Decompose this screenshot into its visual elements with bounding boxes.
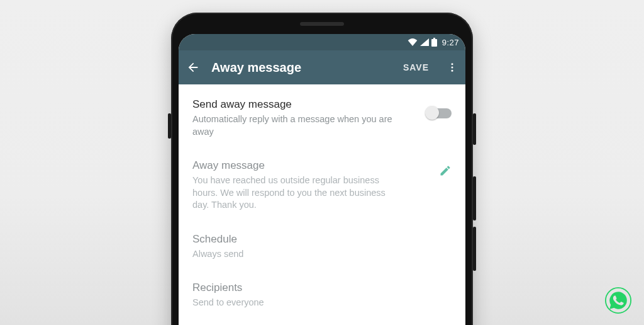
recipients-desc: Send to everyone: [192, 297, 400, 309]
settings-list: Send away message Automatically reply wi…: [179, 84, 465, 321]
page-title: Away message: [211, 60, 392, 75]
svg-rect-1: [433, 38, 435, 39]
phone-side-button: [473, 113, 476, 145]
status-time: 9:27: [442, 38, 459, 47]
arrow-left-icon: [186, 60, 200, 74]
phone-side-button: [473, 227, 476, 271]
battery-icon: [431, 38, 437, 47]
svg-point-2: [452, 63, 453, 65]
overflow-menu-button[interactable]: [447, 62, 458, 73]
schedule-desc: Always send: [192, 248, 400, 261]
send-away-desc: Automatically reply with a message when …: [192, 113, 400, 138]
send-away-toggle[interactable]: [426, 108, 452, 118]
save-button[interactable]: SAVE: [403, 62, 429, 72]
svg-point-3: [452, 67, 453, 69]
phone-side-button: [168, 113, 171, 139]
app-bar: Away message SAVE: [179, 50, 465, 84]
send-away-message-row[interactable]: Send away message Automatically reply wi…: [179, 88, 465, 149]
wifi-icon: [408, 38, 418, 46]
back-button[interactable]: [186, 60, 200, 74]
recipients-row[interactable]: Recipients Send to everyone: [179, 271, 465, 321]
whatsapp-logo-icon: [605, 287, 631, 316]
pencil-icon: [439, 164, 452, 177]
phone-frame: 9:27 Away message SAVE Send away message…: [171, 13, 473, 325]
schedule-label: Schedule: [192, 233, 452, 246]
cell-signal-icon: [420, 38, 429, 46]
away-message-desc: You have reached us outside regular busi…: [192, 174, 400, 212]
more-vert-icon: [447, 62, 458, 73]
phone-speaker: [300, 22, 344, 26]
send-away-label: Send away message: [192, 98, 419, 111]
away-message-label: Away message: [192, 159, 431, 172]
phone-screen: 9:27 Away message SAVE Send away message…: [179, 34, 465, 325]
status-bar: 9:27: [179, 34, 465, 50]
away-message-row[interactable]: Away message You have reached us outside…: [179, 149, 465, 223]
phone-side-button: [473, 176, 476, 220]
recipients-label: Recipients: [192, 282, 452, 294]
schedule-row[interactable]: Schedule Always send: [179, 223, 465, 272]
edit-message-button[interactable]: [439, 164, 452, 180]
svg-rect-0: [431, 39, 437, 47]
svg-point-4: [452, 70, 453, 72]
